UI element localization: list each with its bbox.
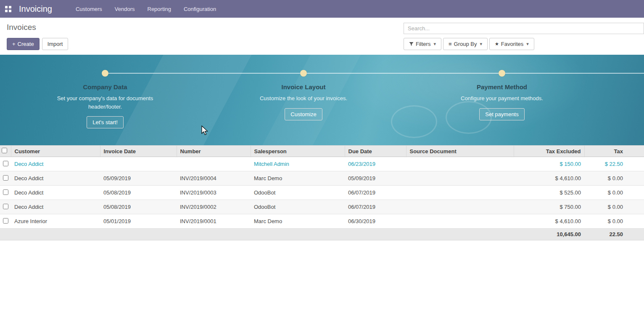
step-title: Company Data [34,83,177,91]
cell-salesperson[interactable]: Marc Demo [251,214,345,229]
import-button-label: Import [48,41,63,47]
cell-number[interactable]: INV/2019/0001 [177,214,251,229]
cell-due-date[interactable]: 06/30/2019 [345,214,406,229]
table-totals-row: 10,645.00 22.50 [0,229,644,240]
cell-number[interactable]: INV/2019/0003 [177,186,251,200]
table-row: Azure Interior 05/01/2019 INV/2019/0001 … [0,214,644,229]
step-description: Customize the look of your invoices. [255,94,352,103]
cell-invoice-date[interactable]: 05/08/2019 [100,200,177,214]
cell-tax[interactable]: $ 0.00 [584,171,644,186]
cell-source-document[interactable] [406,214,514,229]
lets-start-button[interactable]: Let's start! [87,116,124,128]
cell-customer[interactable]: Deco Addict [11,200,100,214]
nav-item-reporting[interactable]: Reporting [148,6,171,12]
step-description: Set your company's data for documents he… [57,94,153,111]
select-all-checkbox[interactable] [2,148,7,153]
row-checkbox-cell [0,157,11,171]
cell-customer[interactable]: Deco Addict [11,186,100,200]
column-header-due-date[interactable]: Due Date [345,146,406,157]
cell-tax-excluded[interactable]: $ 4,610.00 [514,171,584,186]
totals-empty-cell [345,229,406,240]
cell-invoice-date[interactable] [100,157,177,171]
totals-empty-cell [100,229,177,240]
cell-due-date[interactable]: 06/07/2019 [345,200,406,214]
step-title: Invoice Layout [232,83,375,91]
cell-tax-excluded[interactable]: $ 4,610.00 [514,214,584,229]
set-payments-button[interactable]: Set payments [479,108,525,120]
nav-item-vendors[interactable]: Vendors [115,6,135,12]
step-dot-icon [499,70,505,77]
column-header-source-document[interactable]: Source Document [406,146,514,157]
row-checkbox[interactable] [3,204,8,209]
customize-button[interactable]: Customize [285,108,322,120]
app-title[interactable]: Invoicing [19,4,52,14]
totals-empty-cell [0,229,11,240]
column-header-tax[interactable]: Tax [584,146,644,157]
cell-source-document[interactable] [406,186,514,200]
cell-source-document[interactable] [406,200,514,214]
cell-salesperson[interactable]: Mitchell Admin [251,157,345,171]
cell-invoice-date[interactable]: 05/01/2019 [100,214,177,229]
caret-down-icon: ▾ [480,41,482,47]
onboarding-step-invoice-layout: Invoice Layout Customize the look of you… [232,70,375,120]
apps-grid-icon[interactable] [5,6,11,12]
row-checkbox[interactable] [3,175,8,181]
cell-due-date[interactable]: 06/07/2019 [345,186,406,200]
group-by-icon: ≡ [449,41,452,47]
totals-empty-cell [406,229,514,240]
nav-item-customers[interactable]: Customers [76,6,102,12]
table-header-row: Customer Invoice Date Number Salesperson… [0,146,644,157]
nav-item-configuration[interactable]: Configuration [184,6,216,12]
group-by-button[interactable]: ≡ Group By ▾ [443,38,488,50]
cell-invoice-date[interactable]: 05/09/2019 [100,171,177,186]
cell-tax[interactable]: $ 0.00 [584,200,644,214]
cell-customer[interactable]: Azure Interior [11,214,100,229]
caret-down-icon: ▾ [526,41,529,47]
cell-source-document[interactable] [406,157,514,171]
cell-number[interactable]: INV/2019/0002 [177,200,251,214]
column-header-tax-excluded[interactable]: Tax Excluded [514,146,584,157]
column-header-invoice-date[interactable]: Invoice Date [100,146,177,157]
search-input[interactable] [404,23,644,34]
favorites-button-label: Favorites [501,41,523,47]
table-row: Deco Addict 05/08/2019 INV/2019/0002 Odo… [0,200,644,214]
cell-invoice-date[interactable]: 05/08/2019 [100,186,177,200]
cell-salesperson[interactable]: OdooBot [251,200,345,214]
filters-button[interactable]: Filters ▾ [404,38,441,50]
cell-tax-excluded[interactable]: $ 525.00 [514,186,584,200]
create-button-label: Create [18,41,34,47]
cell-due-date[interactable]: 06/23/2019 [345,157,406,171]
row-checkbox[interactable] [3,218,8,224]
step-dot-icon [300,70,307,77]
select-all-checkbox-cell [0,146,11,157]
column-header-customer[interactable]: Customer [11,146,100,157]
cell-source-document[interactable] [406,171,514,186]
import-button[interactable]: Import [42,38,69,50]
favorites-button[interactable]: ★ Favorites ▾ [489,38,534,50]
main-menu: Customers Vendors Reporting Configuratio… [76,6,216,12]
cell-tax-excluded[interactable]: $ 150.00 [514,157,584,171]
cell-number[interactable]: INV/2019/0004 [177,171,251,186]
cell-tax[interactable]: $ 0.00 [584,186,644,200]
row-checkbox[interactable] [3,189,8,195]
create-button[interactable]: + Create [7,38,40,50]
cell-tax[interactable]: $ 0.00 [584,214,644,229]
cell-tax-excluded[interactable]: $ 750.00 [514,200,584,214]
cell-tax[interactable]: $ 22.50 [584,157,644,171]
group-by-button-label: Group By [454,41,477,47]
onboarding-step-company-data: Company Data Set your company's data for… [34,70,177,128]
cell-customer[interactable]: Deco Addict [11,157,100,171]
totals-empty-cell [251,229,345,240]
column-header-number[interactable]: Number [177,146,251,157]
column-header-salesperson[interactable]: Salesperson [251,146,345,157]
cell-number[interactable] [177,157,251,171]
cell-salesperson[interactable]: Marc Demo [251,171,345,186]
row-checkbox-cell [0,200,11,214]
cell-customer[interactable]: Deco Addict [11,171,100,186]
filters-button-label: Filters [416,41,430,47]
cell-salesperson[interactable]: OdooBot [251,186,345,200]
row-checkbox[interactable] [3,161,8,166]
table-row: Deco Addict Mitchell Admin 06/23/2019 $ … [0,157,644,171]
control-panel: Invoices + Create Import Filters ▾ ≡ Gro… [0,18,644,55]
cell-due-date[interactable]: 05/09/2019 [345,171,406,186]
